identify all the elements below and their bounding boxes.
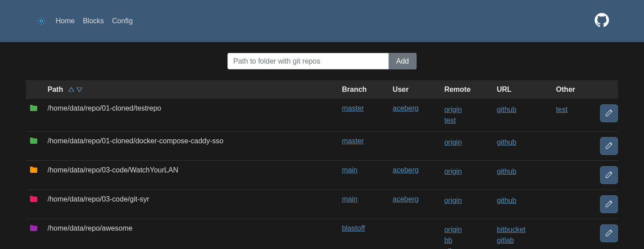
action-cell (596, 132, 618, 161)
branch-cell: main (339, 190, 389, 219)
folder-icon (26, 190, 44, 219)
header-url: URL (493, 80, 553, 99)
table-row: /home/data/repo/awesomeblastofforiginbba… (26, 219, 618, 249)
url-link[interactable]: github (497, 137, 549, 148)
branch-link[interactable]: main (342, 166, 358, 174)
url-link[interactable]: gitlab (497, 235, 549, 246)
remote-link[interactable]: all (444, 246, 490, 249)
header-remote: Remote (441, 80, 493, 99)
remote-cell: origintest (441, 99, 493, 132)
path-cell: /home/data/repo/03-code/git-syr (44, 190, 338, 219)
nav-blocks[interactable]: Blocks (83, 17, 104, 25)
app-logo-icon[interactable] (35, 15, 48, 27)
branch-link[interactable]: main (342, 195, 358, 203)
edit-button[interactable] (600, 166, 618, 184)
folder-icon (26, 99, 44, 132)
sort-asc-icon[interactable] (69, 87, 74, 93)
header-branch: Branch (339, 80, 389, 99)
url-link[interactable]: github (497, 195, 549, 206)
branch-cell: blastoff (339, 219, 389, 249)
branch-cell: master (339, 132, 389, 161)
remote-link[interactable]: origin (444, 104, 490, 115)
user-link[interactable]: aceberg (393, 195, 419, 203)
nav-home[interactable]: Home (56, 17, 75, 25)
sort-icons (69, 87, 82, 93)
header-other: Other (553, 80, 596, 99)
remote-link[interactable]: origin (444, 224, 490, 235)
path-cell: /home/data/repo/03-code/WatchYourLAN (44, 161, 338, 190)
remote-link[interactable]: origin (444, 195, 490, 206)
sort-desc-icon[interactable] (77, 87, 82, 93)
nav-config[interactable]: Config (112, 17, 133, 25)
remote-link[interactable]: bb (444, 235, 490, 246)
user-cell (389, 132, 441, 161)
url-cell: github (493, 132, 553, 161)
path-cell: /home/data/repo/01-cloned/testrepo (44, 99, 338, 132)
edit-button[interactable] (600, 104, 618, 122)
table-row: /home/data/repo/01-cloned/testrepomaster… (26, 99, 618, 132)
user-link[interactable]: aceberg (393, 104, 419, 112)
other-cell (553, 132, 596, 161)
path-input[interactable] (227, 53, 389, 69)
edit-button[interactable] (600, 224, 618, 242)
user-cell: aceberg (389, 161, 441, 190)
branch-link[interactable]: master (342, 104, 364, 112)
header-path-label: Path (48, 86, 63, 93)
svg-point-1 (40, 20, 42, 22)
github-icon[interactable] (595, 13, 609, 29)
remote-cell: origin (441, 132, 493, 161)
folder-icon (26, 219, 44, 249)
repo-table-container: Path Branch User Remote URL Other (0, 80, 644, 249)
action-cell (596, 161, 618, 190)
url-cell: github (493, 190, 553, 219)
nav-links: Home Blocks Config (56, 17, 133, 25)
branch-link[interactable]: blastoff (342, 224, 365, 232)
path-cell: /home/data/repo/awesome (44, 219, 338, 249)
other-link[interactable]: test (556, 104, 592, 115)
pencil-icon (605, 171, 613, 180)
url-link[interactable]: github (497, 104, 549, 115)
other-cell (553, 190, 596, 219)
add-section: Add (0, 42, 644, 80)
url-cell: github (493, 99, 553, 132)
branch-link[interactable]: master (342, 137, 364, 145)
user-link[interactable]: aceberg (393, 166, 419, 174)
edit-button[interactable] (600, 195, 618, 213)
remote-cell: originbball (441, 219, 493, 249)
add-button[interactable]: Add (389, 53, 416, 69)
header-icon (26, 80, 44, 99)
table-row: /home/data/repo/03-code/git-syrmainacebe… (26, 190, 618, 219)
folder-icon (26, 132, 44, 161)
pencil-icon (605, 200, 613, 209)
navbar-left: Home Blocks Config (35, 15, 133, 27)
table-row: /home/data/repo/03-code/WatchYourLANmain… (26, 161, 618, 190)
action-cell (596, 190, 618, 219)
header-path: Path (44, 80, 338, 99)
url-cell: github (493, 161, 553, 190)
url-link[interactable]: github (497, 166, 549, 177)
action-cell (596, 99, 618, 132)
remote-cell: origin (441, 161, 493, 190)
remote-cell: origin (441, 190, 493, 219)
remote-link[interactable]: test (444, 115, 490, 126)
table-row: /home/data/repo/01-cloned/docker-compose… (26, 132, 618, 161)
header-user: User (389, 80, 441, 99)
other-cell (553, 161, 596, 190)
other-cell (553, 219, 596, 249)
url-link[interactable]: bitbucket (497, 224, 549, 235)
repo-table: Path Branch User Remote URL Other (26, 80, 618, 249)
other-cell: test (553, 99, 596, 132)
remote-link[interactable]: origin (444, 137, 490, 148)
navbar: Home Blocks Config (0, 0, 644, 42)
remote-link[interactable]: origin (444, 166, 490, 177)
user-cell (389, 219, 441, 249)
user-cell: aceberg (389, 190, 441, 219)
add-form: Add (227, 53, 416, 69)
pencil-icon (605, 142, 613, 151)
path-cell: /home/data/repo/01-cloned/docker-compose… (44, 132, 338, 161)
folder-icon (26, 161, 44, 190)
pencil-icon (605, 229, 613, 238)
user-cell: aceberg (389, 99, 441, 132)
pencil-icon (605, 109, 613, 118)
edit-button[interactable] (600, 137, 618, 155)
